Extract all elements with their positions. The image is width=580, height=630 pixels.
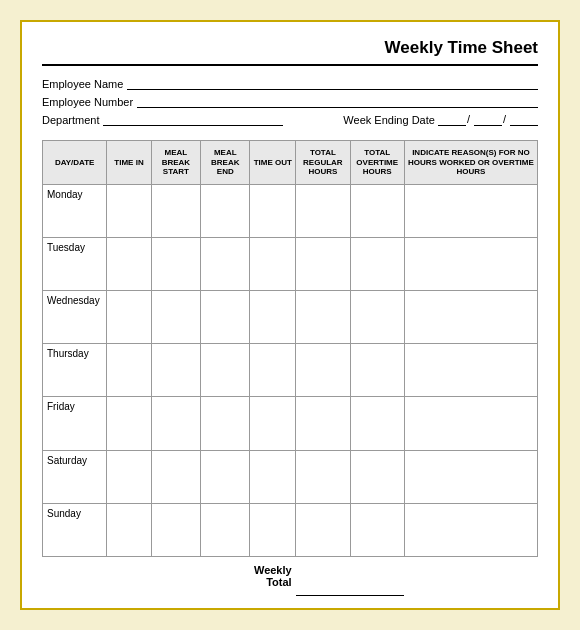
reasons-thursday[interactable] <box>404 344 537 397</box>
form-fields: Employee Name Employee Number Department… <box>42 76 538 130</box>
meal-start-tuesday[interactable] <box>151 238 200 291</box>
day-thursday: Thursday <box>43 344 107 397</box>
table-row: Tuesday <box>43 238 538 291</box>
department-part: Department <box>42 112 333 126</box>
reasons-monday[interactable] <box>404 185 537 238</box>
slash-2: / <box>503 113 506 126</box>
slash-1: / <box>467 113 470 126</box>
time-out-friday[interactable] <box>250 397 296 450</box>
total-reg-friday[interactable] <box>296 397 350 450</box>
weekly-total-label: Weekly Total <box>250 556 296 595</box>
empty-total-right <box>404 556 537 595</box>
meal-end-tuesday[interactable] <box>201 238 250 291</box>
day-monday: Monday <box>43 185 107 238</box>
employee-number-row: Employee Number <box>42 94 538 108</box>
meal-end-thursday[interactable] <box>201 344 250 397</box>
reasons-friday[interactable] <box>404 397 537 450</box>
employee-number-label: Employee Number <box>42 96 133 108</box>
week-ending-label: Week Ending Date <box>343 114 435 126</box>
weekly-total-reg[interactable] <box>296 556 350 595</box>
header-meal-break-start: MEAL BREAK START <box>151 141 200 185</box>
total-reg-sunday[interactable] <box>296 503 350 556</box>
employee-name-label: Employee Name <box>42 78 123 90</box>
total-reg-tuesday[interactable] <box>296 238 350 291</box>
table-row: Monday <box>43 185 538 238</box>
total-reg-wednesday[interactable] <box>296 291 350 344</box>
employee-name-row: Employee Name <box>42 76 538 90</box>
reasons-tuesday[interactable] <box>404 238 537 291</box>
header-total-overtime-hours: TOTAL OVERTIME HOURS <box>350 141 404 185</box>
weekly-total-row: Weekly Total <box>43 556 538 595</box>
total-ot-thursday[interactable] <box>350 344 404 397</box>
time-in-tuesday[interactable] <box>107 238 151 291</box>
time-in-wednesday[interactable] <box>107 291 151 344</box>
time-out-wednesday[interactable] <box>250 291 296 344</box>
meal-end-monday[interactable] <box>201 185 250 238</box>
dept-week-row: Department Week Ending Date / / <box>42 112 538 126</box>
reasons-sunday[interactable] <box>404 503 537 556</box>
title-section: Weekly Time Sheet <box>42 38 538 58</box>
weekly-total-ot[interactable] <box>350 556 404 595</box>
week-year-input[interactable] <box>510 112 538 126</box>
week-day-input[interactable] <box>474 112 502 126</box>
table-row: Wednesday <box>43 291 538 344</box>
time-out-saturday[interactable] <box>250 450 296 503</box>
header-day-date: DAY/DATE <box>43 141 107 185</box>
time-in-saturday[interactable] <box>107 450 151 503</box>
total-ot-sunday[interactable] <box>350 503 404 556</box>
week-month-input[interactable] <box>438 112 466 126</box>
meal-start-thursday[interactable] <box>151 344 200 397</box>
header-total-regular-hours: TOTAL REGULAR HOURS <box>296 141 350 185</box>
time-in-sunday[interactable] <box>107 503 151 556</box>
total-ot-wednesday[interactable] <box>350 291 404 344</box>
meal-end-sunday[interactable] <box>201 503 250 556</box>
meal-start-sunday[interactable] <box>151 503 200 556</box>
table-row: Sunday <box>43 503 538 556</box>
time-out-sunday[interactable] <box>250 503 296 556</box>
table-row: Thursday <box>43 344 538 397</box>
meal-end-wednesday[interactable] <box>201 291 250 344</box>
total-ot-tuesday[interactable] <box>350 238 404 291</box>
department-label: Department <box>42 114 99 126</box>
header-time-in: TIME IN <box>107 141 151 185</box>
header-indicate-reasons: INDICATE REASON(S) FOR NO HOURS WORKED O… <box>404 141 537 185</box>
meal-start-friday[interactable] <box>151 397 200 450</box>
total-ot-friday[interactable] <box>350 397 404 450</box>
page-title: Weekly Time Sheet <box>385 38 538 57</box>
table-row: Friday <box>43 397 538 450</box>
table-row: Saturday <box>43 450 538 503</box>
time-out-thursday[interactable] <box>250 344 296 397</box>
timesheet-table: DAY/DATE TIME IN MEAL BREAK START MEAL B… <box>42 140 538 596</box>
day-wednesday: Wednesday <box>43 291 107 344</box>
meal-start-wednesday[interactable] <box>151 291 200 344</box>
total-reg-saturday[interactable] <box>296 450 350 503</box>
header-time-out: TIME OUT <box>250 141 296 185</box>
meal-start-monday[interactable] <box>151 185 200 238</box>
total-reg-thursday[interactable] <box>296 344 350 397</box>
empty-total-left <box>43 556 250 595</box>
title-underline <box>42 64 538 66</box>
page-container: Weekly Time Sheet Employee Name Employee… <box>20 20 560 610</box>
reasons-saturday[interactable] <box>404 450 537 503</box>
total-reg-monday[interactable] <box>296 185 350 238</box>
department-input[interactable] <box>103 112 283 126</box>
meal-end-saturday[interactable] <box>201 450 250 503</box>
time-in-friday[interactable] <box>107 397 151 450</box>
meal-start-saturday[interactable] <box>151 450 200 503</box>
total-ot-saturday[interactable] <box>350 450 404 503</box>
day-tuesday: Tuesday <box>43 238 107 291</box>
day-sunday: Sunday <box>43 503 107 556</box>
employee-name-input[interactable] <box>127 76 538 90</box>
header-meal-break-end: MEAL BREAK END <box>201 141 250 185</box>
reasons-wednesday[interactable] <box>404 291 537 344</box>
time-in-thursday[interactable] <box>107 344 151 397</box>
week-ending-part: Week Ending Date / / <box>343 112 538 126</box>
day-friday: Friday <box>43 397 107 450</box>
day-saturday: Saturday <box>43 450 107 503</box>
employee-number-input[interactable] <box>137 94 538 108</box>
meal-end-friday[interactable] <box>201 397 250 450</box>
total-ot-monday[interactable] <box>350 185 404 238</box>
time-in-monday[interactable] <box>107 185 151 238</box>
time-out-tuesday[interactable] <box>250 238 296 291</box>
time-out-monday[interactable] <box>250 185 296 238</box>
